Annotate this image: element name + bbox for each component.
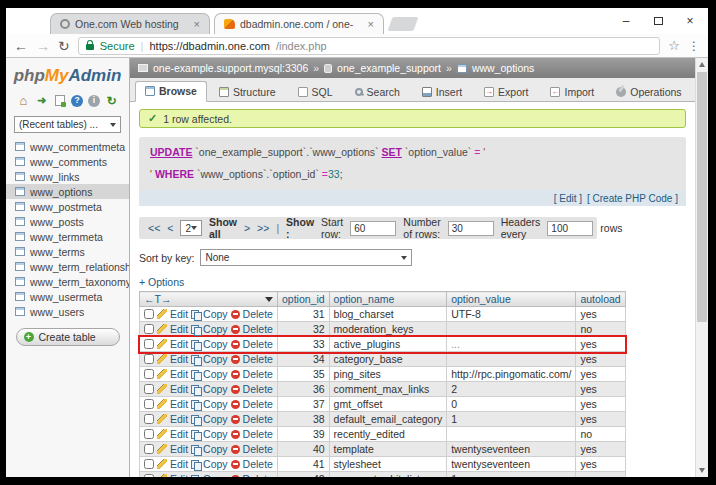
create-php-code-link[interactable]: [ Create PHP Code ] (587, 193, 678, 204)
sidebar-table-item[interactable]: www_usermeta (6, 289, 129, 304)
bookmark-star-icon[interactable]: ☆ (668, 38, 680, 53)
header-autoload[interactable]: autoload (576, 292, 625, 307)
scroll-up-icon[interactable] (696, 58, 708, 71)
delete-link[interactable]: Delete (243, 338, 273, 350)
maximize-button[interactable] (642, 11, 674, 31)
tab-operations[interactable]: Operations (606, 82, 691, 102)
delete-link[interactable]: Delete (243, 413, 273, 425)
sidebar-table-item[interactable]: www_term_relationships (6, 259, 129, 274)
tab-import[interactable]: ←Import (540, 82, 604, 102)
content-scrollbar[interactable] (695, 58, 708, 477)
delete-link[interactable]: Delete (243, 308, 273, 320)
recent-tables-select[interactable]: (Recent tables) ... (14, 116, 121, 133)
row-checkbox[interactable] (144, 369, 154, 379)
tab-insert[interactable]: Insert (412, 82, 472, 102)
copy-link[interactable]: Copy (203, 308, 228, 320)
sort-key-select[interactable]: None (200, 249, 412, 266)
scrollbar-thumb[interactable] (697, 72, 707, 322)
edit-link[interactable]: Edit (170, 413, 188, 425)
copy-link[interactable]: Copy (203, 353, 228, 365)
tab-structure[interactable]: Structure (209, 82, 286, 102)
edit-link[interactable]: Edit (170, 443, 188, 455)
breadcrumb-table[interactable]: www_options (472, 62, 534, 74)
scroll-down-icon[interactable] (696, 464, 708, 477)
back-icon[interactable]: ← (14, 39, 28, 53)
first-page-link[interactable]: << (148, 222, 160, 234)
edit-link[interactable]: Edit (170, 353, 188, 365)
create-table-button[interactable]: + Create table (16, 328, 120, 346)
tab-close-icon[interactable]: × (366, 18, 376, 30)
breadcrumb-server[interactable]: one-example.support.mysql:3306 (153, 62, 308, 74)
sidebar-table-item[interactable]: www_postmeta (6, 199, 129, 214)
copy-link[interactable]: Copy (203, 443, 228, 455)
close-button[interactable]: × (674, 11, 706, 31)
start-row-input[interactable] (350, 221, 396, 236)
edit-link[interactable]: Edit (170, 308, 188, 320)
copy-link[interactable]: Copy (203, 338, 228, 350)
copy-link[interactable]: Copy (203, 368, 228, 380)
sidebar-table-item[interactable]: www_comments (6, 154, 129, 169)
prev-page-link[interactable]: < (167, 222, 173, 234)
edit-link[interactable]: Edit (170, 428, 188, 440)
header-option-name[interactable]: option_name (329, 292, 447, 307)
delete-link[interactable]: Delete (243, 368, 273, 380)
options-toggle-link[interactable]: + Options (139, 276, 686, 288)
sidebar-table-item[interactable]: www_links (6, 169, 129, 184)
sidebar-table-item[interactable]: www_options (6, 184, 129, 199)
secure-label[interactable]: Secure (100, 40, 135, 52)
delete-link[interactable]: Delete (243, 323, 273, 335)
next-page-link[interactable]: > (244, 222, 250, 234)
copy-link[interactable]: Copy (203, 398, 228, 410)
delete-link[interactable]: Delete (243, 383, 273, 395)
browser-menu-icon[interactable]: ⋮ (688, 39, 700, 53)
copy-link[interactable]: Copy (203, 383, 228, 395)
sidebar-table-item[interactable]: www_terms (6, 244, 129, 259)
copy-link[interactable]: Copy (203, 323, 228, 335)
headers-every-input[interactable] (547, 221, 593, 236)
edit-link[interactable]: Edit (170, 473, 188, 477)
row-checkbox[interactable] (144, 339, 154, 349)
page-select[interactable]: 2 (180, 220, 202, 236)
header-option-id[interactable]: option_id (277, 292, 329, 307)
row-checkbox[interactable] (144, 459, 154, 469)
copy-link[interactable]: Copy (203, 428, 228, 440)
sidebar-table-item[interactable]: www_commentmeta (6, 139, 129, 154)
help-icon[interactable]: ? (71, 95, 83, 107)
reload-icon[interactable]: ↻ (105, 94, 118, 107)
row-checkbox[interactable] (144, 444, 154, 454)
new-tab-button[interactable] (387, 17, 418, 31)
sidebar-table-item[interactable]: www_posts (6, 214, 129, 229)
row-checkbox[interactable] (144, 354, 154, 364)
address-bar[interactable]: Secure | https://dbadmin.one.com/index.p… (78, 37, 661, 55)
row-checkbox[interactable] (144, 414, 154, 424)
edit-link[interactable]: Edit (170, 368, 188, 380)
edit-link[interactable]: Edit (170, 323, 188, 335)
delete-link[interactable]: Delete (243, 458, 273, 470)
last-page-link[interactable]: >> (257, 222, 269, 234)
column-reorder-header[interactable]: ←T→ (140, 292, 278, 307)
copy-link[interactable]: Copy (203, 413, 228, 425)
breadcrumb-database[interactable]: one_example_support (337, 62, 441, 74)
row-checkbox[interactable] (144, 474, 154, 477)
copy-link[interactable]: Copy (203, 473, 228, 477)
sort-desc-icon[interactable] (265, 297, 273, 302)
exit-icon[interactable]: ➜ (35, 94, 48, 107)
tab-sql[interactable]: SQL (288, 82, 343, 102)
sidebar-table-item[interactable]: www_users (6, 304, 129, 319)
sidebar-table-item[interactable]: www_termmeta (6, 229, 129, 244)
sql-window-icon[interactable] (55, 95, 65, 106)
delete-link[interactable]: Delete (243, 398, 273, 410)
delete-link[interactable]: Delete (243, 443, 273, 455)
row-checkbox[interactable] (144, 429, 154, 439)
edit-link[interactable]: Edit (170, 458, 188, 470)
edit-link[interactable]: Edit (170, 383, 188, 395)
header-option-value[interactable]: option_value (447, 292, 576, 307)
delete-link[interactable]: Delete (243, 353, 273, 365)
row-checkbox[interactable] (144, 384, 154, 394)
browser-tab-onecom[interactable]: One.com Web hosting × (50, 13, 210, 34)
tab-browse[interactable]: Browse (135, 81, 207, 102)
reload-icon[interactable]: ↻ (58, 39, 70, 53)
minimize-button[interactable]: – (610, 11, 642, 31)
info-icon[interactable]: i (88, 95, 100, 107)
delete-link[interactable]: Delete (243, 428, 273, 440)
